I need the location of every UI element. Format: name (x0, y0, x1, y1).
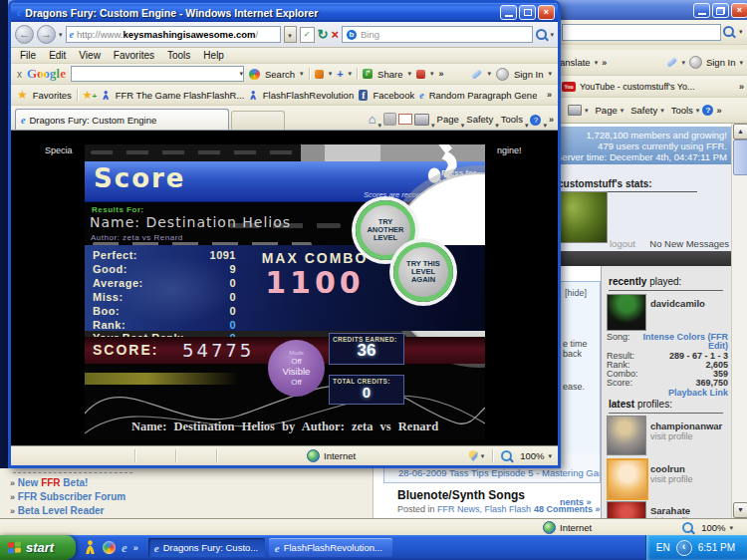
bg-translate-label[interactable]: anslate (560, 57, 591, 68)
bg-page-menu[interactable]: Page (596, 105, 618, 116)
profile-avatar[interactable] (607, 416, 646, 455)
sidebar-item[interactable]: » New FFR Beta! (10, 477, 88, 488)
ffr-logout-link[interactable]: logout (610, 238, 635, 249)
sidebar-item[interactable]: » FFR Subscriber Forum (10, 491, 125, 502)
fg-zoom-level[interactable]: 100% (520, 450, 544, 461)
help-icon[interactable]: ? (530, 115, 541, 126)
tray-hidden-icons-button[interactable]: ‹ (676, 540, 692, 556)
quick-launch-overflow[interactable]: » (133, 543, 138, 553)
bg-sign-in[interactable]: Sign In (706, 57, 736, 68)
wrench-icon[interactable] (471, 69, 483, 80)
menu-tools[interactable]: Tools (167, 50, 190, 61)
bg-youtube-favorite[interactable]: YouTube - customstuff's Yo... (580, 82, 694, 92)
favorites-button[interactable]: Favorites (33, 90, 72, 101)
bg-tools-menu[interactable]: Tools (671, 105, 693, 116)
protected-mode-icon[interactable] (469, 450, 478, 461)
fg-minimize-button[interactable] (500, 5, 517, 20)
compatibility-view-button[interactable]: ✓ (300, 27, 315, 43)
overflow-chevron[interactable]: » (547, 90, 552, 100)
profile-avatar[interactable] (607, 458, 648, 500)
google-sign-in[interactable]: Sign In (514, 69, 544, 80)
add-icon[interactable]: + (337, 68, 343, 80)
visit-profile-link[interactable]: visit profile (650, 474, 693, 484)
try-this-level-again-button[interactable]: TRY THISLEVELAGAIN (393, 242, 453, 302)
back-button[interactable]: ← (15, 25, 34, 44)
chrome-icon[interactable] (103, 541, 116, 554)
favorite-item[interactable]: Facebook (373, 90, 414, 101)
sidebar-item[interactable]: » Beta Level Reader (10, 505, 105, 516)
tray-language-label[interactable]: EN (656, 542, 670, 553)
scroll-thumb[interactable] (733, 140, 747, 175)
refresh-button[interactable]: ↻ (318, 27, 329, 42)
bg-search-button[interactable] (723, 25, 734, 37)
tray-clock[interactable]: 6:51 PM (698, 542, 735, 553)
hide-link[interactable]: [hide] (565, 288, 587, 298)
print-icon[interactable] (568, 105, 582, 116)
tab-dragons-fury[interactable]: e Dragons Fury: Custom Engine (15, 109, 229, 130)
bg-search-input[interactable] (562, 24, 721, 41)
autofill-icon[interactable] (416, 70, 425, 79)
flash-game-area[interactable]: Specia ngine! Score Press forHi-Scores (11, 131, 558, 445)
google-search-button[interactable]: Search (265, 69, 295, 80)
fg-close-button[interactable]: × (538, 5, 555, 20)
feeds-icon[interactable] (383, 113, 396, 126)
overflow-chevron[interactable]: » (438, 69, 443, 79)
news-list-item[interactable]: 28-06-2009 Tass Tips Episode 5 - Masteri… (398, 467, 601, 478)
print-icon[interactable] (414, 114, 429, 126)
ie-quicklaunch-icon[interactable]: e (122, 540, 127, 556)
bing-search-box[interactable]: b Bing (342, 26, 533, 43)
favorite-item[interactable]: FlashFlashRevolution (263, 90, 354, 101)
ffr-user-avatar[interactable] (556, 191, 608, 243)
news-category-links[interactable]: FFR News, Flash Flash Revolution, Game A… (437, 504, 532, 514)
recent-player-avatar[interactable] (607, 294, 646, 331)
overflow-chevron[interactable]: » (602, 58, 607, 68)
taskbar-task-dragons-fury[interactable]: e Dragons Fury: Custo... (148, 538, 265, 557)
favorite-item[interactable]: FFR The Game FlashFlashR... (116, 90, 245, 101)
bookmark-icon[interactable] (315, 70, 324, 79)
bg-zoom-level[interactable]: 100% (701, 522, 725, 533)
share-button[interactable]: Share (377, 69, 402, 80)
address-bar[interactable]: e http://www.keysmashingisawesome.com/ (66, 26, 281, 43)
safety-menu[interactable]: Safety (466, 110, 493, 130)
bg-restore-button[interactable] (712, 3, 729, 18)
overflow-chevron[interactable]: » (549, 110, 554, 130)
forward-button[interactable]: → (37, 25, 56, 44)
address-dropdown[interactable]: ▾ (284, 26, 297, 43)
bg-minimize-button[interactable] (693, 3, 710, 18)
toolbar-close-button[interactable]: x (17, 69, 22, 80)
search-button[interactable] (536, 29, 547, 40)
profile-name[interactable]: championanwar (650, 420, 722, 431)
menu-file[interactable]: File (20, 50, 36, 61)
add-favorite-icon[interactable]: ★+ (83, 89, 98, 102)
tools-menu[interactable]: Tools (501, 110, 523, 130)
page-menu[interactable]: Page (437, 110, 459, 130)
bg-safety-menu[interactable]: Safety (630, 105, 657, 116)
ffr-messages[interactable]: No New Messages (649, 238, 729, 249)
stop-button[interactable]: × (331, 27, 339, 42)
start-button[interactable]: start (0, 535, 76, 560)
menu-view[interactable]: View (79, 50, 101, 61)
song-link-2[interactable]: Edit) (708, 341, 728, 351)
google-search-input[interactable]: ▾ (71, 66, 244, 82)
taskbar-task-ffr[interactable]: e FlashFlashRevolution... (269, 538, 392, 557)
favorite-item[interactable]: Random Paragraph Generator (429, 90, 537, 101)
scroll-up-button[interactable]: ▲ (733, 124, 747, 140)
profile-name[interactable]: Sarahate (650, 505, 690, 516)
zoom-dropdown[interactable]: ▾ (548, 452, 552, 460)
visit-profile-link[interactable]: visit profile (650, 431, 693, 441)
history-dropdown[interactable]: ▾ (59, 31, 63, 39)
search-options-dropdown[interactable]: ▾ (550, 31, 554, 39)
menu-favorites[interactable]: Favorites (114, 50, 154, 61)
menu-help[interactable]: Help (203, 50, 224, 61)
comments-link[interactable]: 48 Comments » (534, 504, 601, 514)
wrench-icon[interactable] (666, 57, 678, 68)
bg-close-button[interactable]: × (731, 3, 747, 18)
fg-titlebar[interactable]: e Dragons Fury: Custom Engine - Windows … (11, 3, 558, 22)
playback-link[interactable]: Playback Link (668, 388, 728, 398)
mail-icon[interactable] (398, 114, 412, 125)
overflow-chevron[interactable]: » (716, 106, 721, 116)
menu-edit[interactable]: Edit (49, 50, 66, 61)
help-icon[interactable]: ? (702, 105, 713, 116)
scrollbar[interactable]: ▲ ▼ (731, 124, 747, 518)
new-tab-stub[interactable] (231, 111, 285, 130)
